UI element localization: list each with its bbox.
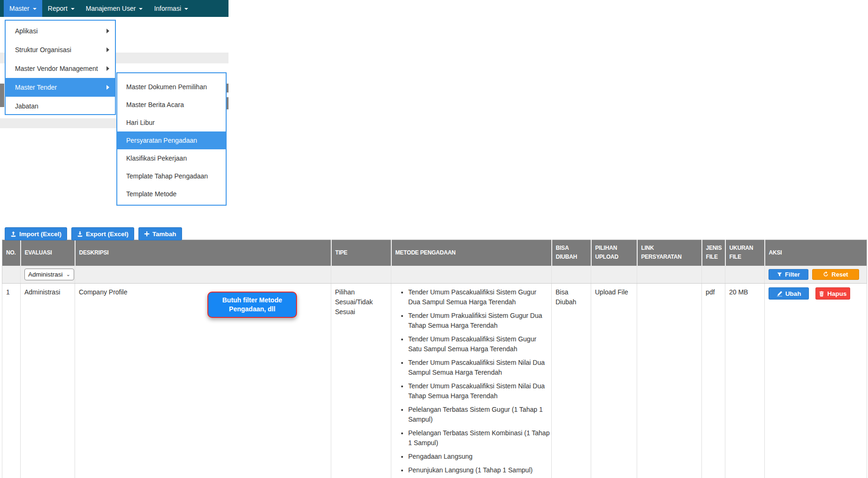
export-excel-button[interactable]: Export (Excel) (71, 227, 134, 240)
metode-item: Tender Umum Pascakualifiksi Sistem Nilai… (408, 358, 550, 378)
cell-bisa-diubah: Bisa Diubah (552, 284, 591, 478)
menu-item-jabatan[interactable]: Jabatan (6, 97, 115, 116)
background-gray-strip (227, 84, 228, 93)
metode-item: Tender Umum Pascakualifiksi Sistem Gugur… (408, 334, 550, 354)
evaluasi-filter-value: Administrasi (28, 271, 63, 278)
col-header-no: NO. (2, 240, 21, 266)
chevron-down-icon: ⌄ (66, 271, 70, 278)
nav-item-label: Report (48, 5, 68, 12)
filter-cell-no (2, 266, 21, 284)
submenu-item-label: Hari Libur (126, 119, 155, 126)
menu-item-label: Master Tender (15, 84, 57, 91)
chevron-right-icon (107, 66, 109, 71)
filter-cell-evaluasi: Administrasi ⌄ (21, 266, 75, 284)
metode-item: Tender Umum Pascakualifiksi Sistem Gugur… (408, 287, 550, 307)
cell-ukuran-file: 20 MB (725, 284, 765, 478)
cell-no: 1 (2, 284, 21, 478)
submenu-item-template-metode[interactable]: Template Metode (117, 185, 226, 203)
table-filter-row: Administrasi ⌄ Filter (2, 266, 867, 284)
col-header-link-persyaratan: LINKPERSYARATAN (637, 240, 702, 266)
cell-link-persyaratan (637, 284, 702, 478)
metode-item: Pelelangan Terbatas Sistem Gugur (1 Taha… (408, 405, 550, 424)
metode-item: Tender Umum Pascakualifiksi Sistem Nilai… (408, 381, 550, 401)
submenu-item-persyaratan-pengadaan[interactable]: Persyaratan Pengadaan (117, 131, 226, 149)
table-header-row: NO. EVALUASI DESKRIPSI TIPE METODE PENGA… (2, 240, 867, 266)
reset-button[interactable]: Reset (812, 269, 859, 280)
menu-item-label: Master Vendor Management (15, 65, 98, 72)
ubah-button-label: Ubah (785, 289, 801, 299)
submenu-item-label: Master Berita Acara (126, 101, 184, 108)
upload-icon (10, 231, 16, 237)
menu-item-struktur-organisasi[interactable]: Struktur Organisasi (6, 40, 115, 59)
nav-item-manajemen-user[interactable]: Manajemen User (80, 0, 149, 17)
annotation-callout: Butuh filter Metode Pengadaan, dll (207, 292, 297, 318)
background-gray-block (0, 84, 4, 107)
metode-pengadaan-list: Tender Umum Pascakualifiksi Sistem Gugur… (395, 287, 550, 478)
col-header-metode-pengadaan: METODE PENGADAAN (391, 240, 552, 266)
col-header-ukuran-file: UKURANFILE (725, 240, 765, 266)
chevron-down-icon (184, 8, 188, 10)
metode-item: Pelelangan Terbatas Sistem Kombinasi (1 … (408, 428, 550, 448)
nav-item-label: Informasi (154, 5, 181, 12)
filter-cell-jenis (702, 266, 725, 284)
refresh-icon (823, 271, 829, 277)
export-excel-label: Export (Excel) (86, 231, 129, 238)
hapus-button-label: Hapus (827, 289, 846, 299)
col-header-tipe: TIPE (331, 240, 391, 266)
cell-jenis-file: pdf (702, 284, 725, 478)
filter-button[interactable]: Filter (769, 269, 808, 280)
submenu-item-hari-libur[interactable]: Hari Libur (117, 114, 226, 131)
chevron-right-icon (107, 47, 109, 52)
cell-aksi: Ubah Hapus (765, 284, 867, 478)
nav-item-label: Master (9, 5, 30, 12)
cell-tipe: Pilihan Sesuai/Tidak Sesuai (331, 284, 391, 478)
submenu-item-label: Template Metode (126, 190, 176, 198)
col-header-aksi: AKSI (765, 240, 867, 266)
persyaratan-pengadaan-table: NO. EVALUASI DESKRIPSI TIPE METODE PENGA… (2, 239, 867, 478)
menu-item-master-tender[interactable]: Master Tender (6, 78, 115, 97)
submenu-item-label: Master Dokumen Pemilihan (126, 83, 207, 91)
submenu-item-template-tahap-pengadaan[interactable]: Template Tahap Pengadaan (117, 167, 226, 185)
master-tender-submenu: Master Dokumen Pemilihan Master Berita A… (116, 72, 227, 206)
filter-cell-ukuran (725, 266, 765, 284)
metode-item: Pengadaan Langsung (408, 452, 550, 462)
annotation-callout-text: Butuh filter Metode Pengadaan, dll (214, 296, 290, 314)
main-navbar: Master Report Manajemen User Informasi (0, 0, 228, 17)
tambah-button[interactable]: Tambah (138, 227, 182, 240)
funnel-icon (777, 272, 782, 277)
nav-item-report[interactable]: Report (42, 0, 80, 17)
background-gray-strip (227, 97, 228, 109)
hapus-button[interactable]: Hapus (815, 287, 850, 300)
filter-cell-link (637, 266, 702, 284)
col-header-pilihan-upload: PILIHANUPLOAD (591, 240, 637, 266)
submenu-item-master-dokumen-pemilihan[interactable]: Master Dokumen Pemilihan (117, 78, 226, 96)
col-header-evaluasi: EVALUASI (21, 240, 75, 266)
evaluasi-filter-select[interactable]: Administrasi ⌄ (24, 269, 74, 280)
background-panel-band (0, 118, 116, 128)
pencil-icon (777, 291, 783, 297)
submenu-item-label: Template Tahap Pengadaan (126, 172, 208, 180)
table-toolbar: Import (Excel) Export (Excel) Tambah (5, 227, 182, 240)
chevron-right-icon (107, 29, 109, 33)
plus-icon (144, 231, 150, 237)
menu-item-aplikasi[interactable]: Aplikasi (6, 22, 115, 40)
submenu-item-master-berita-acara[interactable]: Master Berita Acara (117, 96, 226, 114)
menu-item-master-vendor-management[interactable]: Master Vendor Management (6, 59, 115, 78)
cell-evaluasi: Administrasi (21, 284, 75, 478)
filter-cell-bisa-diubah (552, 266, 591, 284)
reset-button-label: Reset (831, 271, 848, 278)
import-excel-label: Import (Excel) (19, 231, 61, 238)
import-excel-button[interactable]: Import (Excel) (5, 227, 67, 240)
ubah-button[interactable]: Ubah (769, 287, 809, 300)
nav-item-master[interactable]: Master (4, 0, 42, 17)
filter-cell-metode (391, 266, 552, 284)
page: Master Report Manajemen User Informasi A… (0, 0, 868, 478)
nav-item-informasi[interactable]: Informasi (148, 0, 194, 17)
nav-item-label: Manajemen User (86, 5, 136, 12)
chevron-down-icon (71, 8, 75, 10)
menu-item-label: Aplikasi (15, 27, 38, 35)
metode-item: Tender Umum Prakualifiksi Sistem Gugur D… (408, 311, 550, 331)
submenu-item-label: Persyaratan Pengadaan (126, 137, 197, 144)
submenu-item-klasifikasi-pekerjaan[interactable]: Klasifikasi Pekerjaan (117, 149, 226, 167)
chevron-down-icon (139, 8, 143, 10)
